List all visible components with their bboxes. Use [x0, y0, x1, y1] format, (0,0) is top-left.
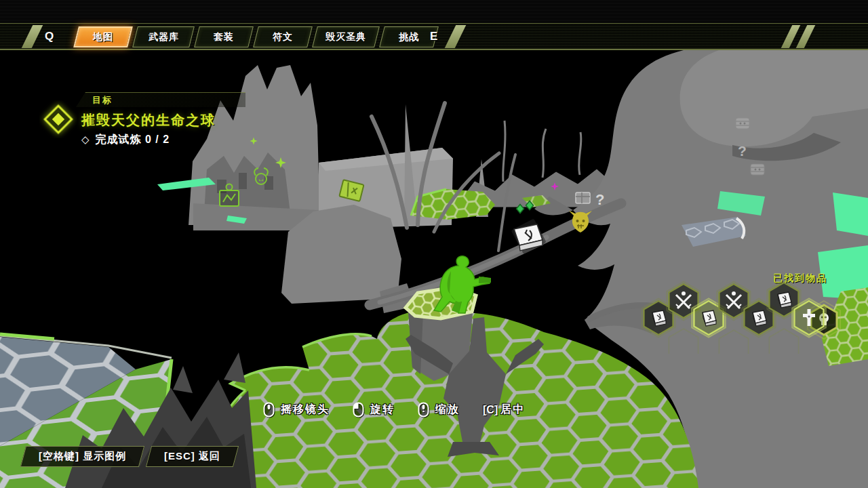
- mouse-wheel-icon: [418, 402, 429, 418]
- tab-suits[interactable]: 套装: [194, 26, 254, 47]
- nav-decor-slash-left: [22, 25, 43, 48]
- objective-title: 摧毁天父的生命之球: [81, 111, 216, 129]
- empty-hex-outline: [669, 329, 698, 354]
- chest-unknown-icon: [576, 192, 590, 203]
- mouse-left-drag-icon: [353, 402, 364, 418]
- nav-decor-slash-mid: [445, 25, 467, 48]
- nav-tabs: 地图 武器库 套装 符文 毁灭圣典 挑战: [76, 26, 436, 47]
- hint-rotate: 旋转: [353, 402, 395, 418]
- key-c-label: [C]: [483, 404, 498, 416]
- tab-codex[interactable]: 毁灭圣典: [312, 26, 380, 47]
- back-button[interactable]: [ESC] 返回: [146, 446, 239, 467]
- hint-zoom: 缩放: [418, 402, 460, 418]
- items-hex-row: [642, 281, 825, 354]
- tab-map[interactable]: 地图: [73, 26, 133, 47]
- items-found-grid: [640, 281, 844, 354]
- empty-hex-outline: [769, 329, 798, 354]
- tab-arsenal[interactable]: 武器库: [132, 26, 195, 47]
- show-legend-button[interactable]: [空格键] 显示图例: [20, 446, 144, 467]
- question-mark-faint: ?: [738, 143, 747, 159]
- subtask-progress: 0 / 2: [145, 134, 170, 145]
- top-strip: [0, 0, 868, 23]
- footer-buttons: [空格键] 显示图例 [ESC] 返回: [23, 446, 236, 467]
- empty-hex-outline: [719, 330, 748, 354]
- subtask-diamond-icon: ◇: [81, 134, 90, 145]
- hint-center: [C] 居中: [483, 403, 525, 417]
- objective-diamond-icon: [39, 100, 77, 138]
- objective-subtask: ◇完成试炼 0 / 2: [81, 133, 170, 147]
- question-mark: ?: [595, 191, 604, 208]
- nav-key-e: E: [430, 30, 437, 43]
- hint-pan: 摇移镜头: [263, 402, 330, 418]
- top-nav-bar: Q 地图 武器库 套装 符文 毁灭圣典 挑战 E: [0, 23, 868, 50]
- tab-runes[interactable]: 符文: [253, 26, 313, 47]
- objective-header: 目标: [76, 92, 245, 107]
- camera-hints: 摇移镜头 旋转 缩放 [C] 居中: [263, 402, 548, 418]
- nav-decor-slash-right-2: [796, 25, 816, 48]
- mouse-middle-drag-icon: [263, 402, 275, 418]
- nav-key-q: Q: [45, 30, 54, 43]
